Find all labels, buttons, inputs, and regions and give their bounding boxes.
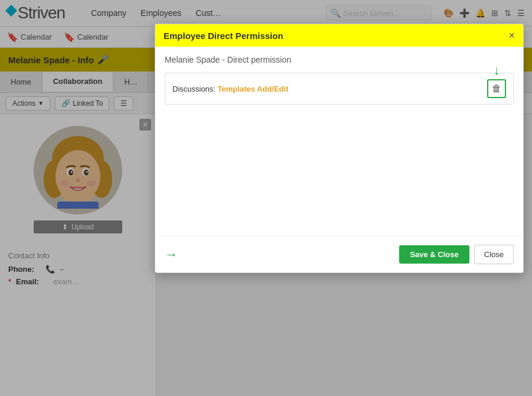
permission-text: Discussions: Templates Add/Edit — [172, 85, 289, 93]
delete-btn-wrapper: ↓ 🗑 — [487, 79, 506, 98]
modal-subtitle: Melanie Spade - Direct permission — [165, 55, 514, 64]
modal-header: Employee Direct Permission × — [155, 24, 523, 47]
modal-subtitle-suffix: - Direct permission — [222, 55, 291, 64]
modal-close-x-button[interactable]: × — [508, 30, 515, 41]
permission-row: Discussions: Templates Add/Edit ↓ 🗑 — [165, 73, 514, 105]
modal-footer: → Save & Close Close — [155, 236, 523, 272]
modal-body: Melanie Spade - Direct permission Discus… — [155, 47, 523, 118]
close-button[interactable]: Close — [474, 245, 514, 264]
permission-link: Templates Add/Edit — [218, 85, 289, 93]
save-close-button[interactable]: Save & Close — [399, 245, 469, 264]
delete-permission-button[interactable]: 🗑 — [487, 79, 506, 98]
modal-title: Employee Direct Permission — [164, 31, 283, 41]
down-arrow-icon: ↓ — [494, 63, 500, 78]
modal-employee-direct-permission: Employee Direct Permission × Melanie Spa… — [155, 24, 524, 273]
right-arrow-icon: → — [165, 247, 178, 262]
modal-subtitle-name: Melanie Spade — [165, 55, 220, 64]
permission-prefix: Discussions: — [172, 85, 216, 93]
